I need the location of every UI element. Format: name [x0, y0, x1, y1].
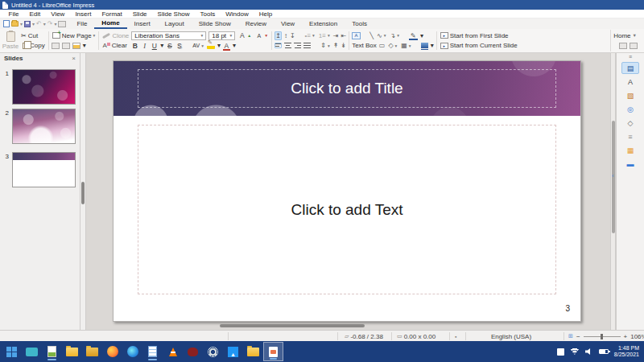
navigator-icon[interactable]: ◎ — [621, 103, 639, 115]
notebookbar-home-dropdown[interactable]: Home▼ — [613, 32, 638, 39]
open-file-icon[interactable] — [11, 21, 19, 27]
scrollbar-thumb[interactable] — [81, 182, 85, 204]
taskbar-folder-dark[interactable] — [82, 342, 102, 361]
tab-home[interactable]: Home — [94, 19, 126, 29]
animation-icon[interactable]: ≡ — [621, 130, 639, 142]
menu-help[interactable]: Help — [254, 10, 277, 18]
taskbar-file-explorer[interactable] — [62, 342, 82, 361]
menu-view[interactable]: View — [46, 10, 70, 18]
tab-slide-show[interactable]: Slide Show — [192, 19, 238, 29]
tab-review[interactable]: Review — [238, 19, 274, 29]
slide-3-editing-area[interactable]: Click to add Title Click to add Text 3 — [113, 60, 581, 322]
shadow-button[interactable]: S — [175, 42, 183, 50]
tab-tools[interactable]: Tools — [345, 19, 374, 29]
highlight-color-button[interactable] — [207, 42, 215, 49]
toolbar-options-icon[interactable] — [619, 43, 627, 49]
strikethrough-button[interactable]: S — [166, 42, 173, 50]
menu-format[interactable]: Format — [97, 10, 127, 18]
tab-extension[interactable]: Extension — [302, 19, 345, 29]
tab-layout[interactable]: Layout — [158, 19, 192, 29]
align-left-button[interactable] — [275, 43, 282, 48]
line-color-button[interactable]: ✎ — [409, 32, 418, 39]
align-top-button[interactable]: ↥ — [275, 31, 282, 40]
taskbar-gimp[interactable] — [183, 342, 203, 361]
taskbar-vlc[interactable] — [163, 342, 183, 361]
bullet-list-button[interactable]: •≡▾ — [304, 32, 316, 39]
title-bar[interactable]: Untitled 4 - LibreOffice Impress — [0, 0, 644, 10]
align-vcenter-button[interactable]: ↕ — [284, 32, 287, 39]
align-justify-button[interactable] — [303, 43, 311, 48]
paste-button[interactable]: Paste — [2, 30, 19, 51]
taskbar-folder-2[interactable] — [243, 342, 263, 361]
basic-shapes-button[interactable]: ◇▾ — [387, 42, 398, 49]
start-from-first-slide-button[interactable]: ▸Start from First Slide — [440, 32, 510, 39]
slide-thumbnail-3[interactable] — [12, 152, 76, 187]
align-bottom-button[interactable]: ↧ — [290, 32, 295, 39]
bold-button[interactable]: B — [131, 42, 138, 50]
text-placeholder[interactable]: Click to add Text — [138, 125, 556, 294]
slides-panel-scrollbar[interactable] — [80, 53, 86, 330]
master-slides-icon[interactable]: ▬ — [621, 158, 639, 170]
wifi-icon[interactable] — [570, 348, 580, 355]
font-color-button[interactable]: A — [223, 42, 230, 50]
menu-insert[interactable]: Insert — [70, 10, 97, 18]
rectangle-button[interactable]: ▭ — [379, 42, 386, 49]
underline-button[interactable]: U — [151, 42, 158, 50]
title-placeholder[interactable]: Click to add Title — [138, 69, 556, 108]
align-right-button[interactable] — [294, 43, 301, 48]
vertical-scrollbar[interactable] — [610, 53, 616, 330]
volume-icon[interactable] — [585, 348, 593, 356]
menu-file[interactable]: File — [3, 10, 24, 18]
font-size-combobox[interactable]: 18 pt▾ — [208, 31, 235, 40]
slide-transition-icon[interactable]: ▧ — [621, 89, 639, 101]
insert-table-button[interactable]: ▦▾ — [400, 42, 411, 49]
tab-view[interactable]: View — [274, 19, 302, 29]
start-button[interactable] — [2, 342, 22, 361]
zoom-out-button[interactable]: − — [576, 333, 580, 340]
menu-window[interactable]: Window — [221, 10, 254, 18]
slide-thumbnail-1[interactable] — [12, 69, 76, 105]
duplicate-slide-icon[interactable] — [52, 43, 60, 49]
taskbar-settings[interactable] — [203, 342, 223, 361]
taskbar-teal-app[interactable] — [22, 342, 42, 361]
shrink-font-button[interactable]: A▼ — [254, 33, 269, 39]
slide-canvas[interactable]: Click to add Title Click to add Text 3 — [86, 53, 610, 330]
line-spacing-button[interactable]: ⇕▾ — [320, 42, 330, 49]
insert-textbox-icon[interactable]: A — [352, 32, 361, 39]
save-icon[interactable] — [24, 21, 31, 27]
grow-font-button[interactable]: A▲ — [237, 31, 252, 39]
taskbar-photos[interactable]: ▲ — [223, 342, 243, 361]
new-document-icon[interactable] — [3, 20, 10, 27]
cut-button[interactable]: ✂Cut — [20, 32, 39, 39]
undo-icon[interactable]: ↶ — [36, 20, 42, 27]
start-from-current-slide-button[interactable]: ▸Start from Current Slide — [440, 42, 518, 49]
text-box-button[interactable]: Text Box — [352, 42, 377, 49]
align-center-button[interactable] — [284, 43, 291, 48]
zoom-slider[interactable] — [584, 336, 621, 337]
slide-thumbnail-2[interactable] — [12, 109, 76, 144]
redo-icon[interactable]: ↷ — [47, 20, 53, 27]
menu-edit[interactable]: Edit — [24, 10, 46, 18]
gallery-icon[interactable]: ▦ — [621, 144, 639, 156]
decrease-para-spacing-button[interactable]: ↡ — [341, 42, 346, 49]
menu-slide[interactable]: Slide — [127, 10, 152, 18]
sidebar-settings-icon[interactable]: ≡ — [629, 54, 632, 61]
clone-formatting-button[interactable]: Clone — [101, 32, 130, 39]
menu-tools[interactable]: Tools — [195, 10, 221, 18]
italic-button[interactable]: I — [141, 42, 148, 50]
zoom-level-value[interactable]: 106% — [630, 333, 644, 340]
curves-polygons-button[interactable]: ∿▾ — [376, 32, 386, 39]
sidebar-toggle-icon[interactable] — [630, 43, 638, 49]
menu-slide-show[interactable]: Slide Show — [152, 10, 195, 18]
language-cell[interactable]: English (USA) — [467, 331, 555, 342]
clear-formatting-button[interactable]: AClear — [101, 42, 127, 49]
zoom-slider-handle[interactable] — [601, 334, 603, 339]
increase-para-spacing-button[interactable]: ↟ — [333, 42, 339, 49]
sidebar-collapse-icon[interactable]: ‹ — [612, 172, 614, 179]
copy-button[interactable]: Copy — [20, 42, 46, 49]
character-spacing-button[interactable]: AV▾ — [192, 43, 204, 48]
tab-insert[interactable]: Insert — [127, 19, 158, 29]
properties-deck-icon[interactable]: ▤ — [621, 62, 639, 74]
taskbar-edge[interactable] — [122, 342, 142, 361]
character-styles-icon[interactable]: A — [621, 76, 639, 88]
